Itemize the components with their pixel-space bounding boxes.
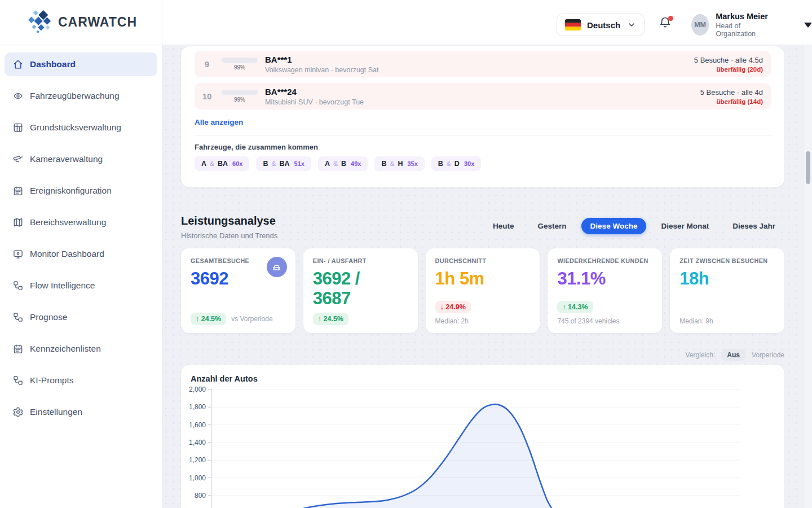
row-rank: 9 [199,59,215,69]
sidebar-item-einstellungen[interactable]: Einstellungen [5,400,157,424]
vehicle-pair-chip[interactable]: A & BA 60x [195,156,249,171]
tab-diese-woche[interactable]: Diese Woche [581,218,647,234]
overdue-badge: überfällig (20d) [694,66,763,73]
kpi-card-wiederkehrende-kunden: WIEDERKEHRENDE KUNDEN 31.1% ↑ 14.3% 745 … [548,248,662,333]
kpi-delta: ↑ 24.5% [191,313,226,325]
avatar: MM [691,14,709,36]
overdue-badge: überfällig (14d) [700,98,763,105]
license-plate: BA***24 [265,87,364,97]
kpi-card-durchschnitt: DURCHSCHNITT 1h 5m ↓ 24.9% Median: 2h [426,248,540,333]
vertical-scrollbar [803,45,812,508]
vehicle-pair-chip[interactable]: B & H 35x [374,156,424,171]
language-selector[interactable]: Deutsch [557,14,645,36]
kpi-delta-note: vs Vorperiode [231,315,272,323]
cctv-icon [12,154,24,165]
kpi-value: 31.1% [557,269,652,289]
flow-icon [12,375,24,386]
caret-down-icon [804,23,812,28]
pair-right: BA [218,160,228,168]
pair-left: B [381,160,386,168]
chart-title: Anzahl der Autos [191,374,775,383]
confidence-bar [222,58,258,63]
license-plate: BA***1 [265,55,379,64]
confidence-percent: 99% [234,64,245,71]
tab-dieser-monat[interactable]: Dieser Monat [652,218,718,234]
car-badge-icon [267,257,287,277]
vehicle-pair-chip[interactable]: B & BA 51x [256,156,311,171]
ampersand: & [390,160,394,168]
sidebar-item-label: Kennzeichenlisten [30,344,101,354]
vehicle-row[interactable]: 10 99% BA***24 Mitsubishi SUV · bevorzug… [195,83,771,110]
sidebar-nav: Dashboard Fahrzeugüberwachung Grundstück… [0,45,162,424]
pair-left: B [263,160,268,168]
sidebar-item-dashboard[interactable]: Dashboard [5,52,157,76]
chevron-down-icon [627,20,636,29]
kpi-label: DURCHSCHNITT [435,257,531,264]
compare-toggle[interactable]: Aus [721,349,746,361]
sidebar-item-grundst-cksverwaltung[interactable]: Grundstücksverwaltung [5,116,157,139]
pair-right: B [341,160,346,168]
sidebar-item-kameraverwaltung[interactable]: Kameraverwaltung [5,147,157,171]
tab-gestern[interactable]: Gestern [529,218,576,234]
time-range-tabs: HeuteGesternDiese WocheDieser MonatDiese… [484,218,784,234]
compare-row: Vergleich: Aus Vorperiode [686,349,784,361]
kpi-delta: ↑ 14.3% [557,301,593,313]
sidebar-item-label: Monitor Dashboard [30,249,104,259]
sidebar-item-label: Kameraverwaltung [30,154,103,164]
kpi-value: 18h [679,269,775,289]
visitors-area-chart: 2,0001,8001,6001,4001,2001,000800 [191,385,749,508]
user-role: Head of Organization [716,22,770,38]
pair-left: B [438,160,443,168]
calendar-icon [12,185,24,196]
vehicle-row[interactable]: 9 99% BA***1 Volkswagen minivan · bevorz… [195,51,771,77]
german-flag-icon [565,19,581,30]
kpi-label: ZEIT ZWISCHEN BESUCHEN [679,257,775,264]
kpi-card-zeit-zwischen-besuchen: ZEIT ZWISCHEN BESUCHEN 18h Median: 9h [670,248,784,333]
vehicle-pair-chip[interactable]: A & B 49x [318,156,368,171]
sidebar-item-label: Grundstücksverwaltung [30,122,121,133]
kpi-delta: ↓ 24.9% [435,301,471,313]
sidebar-item-label: Prognose [30,312,67,322]
kpi-label: EIN- / AUSFAHRT [313,257,408,264]
flow-icon [12,312,24,323]
sidebar-item-label: Dashboard [30,59,76,69]
kpi-cards: GESAMTBESUCHE 3692 ↑ 24.5% vs Vorperiode… [181,248,784,333]
pair-count: 51x [294,160,304,167]
vehicle-description: Mitsubishi SUV · bevorzugt Tue [265,98,364,106]
brand-logo: CARWATCH [0,0,162,45]
sidebar-item-ki-prompts[interactable]: KI-Prompts [5,369,157,392]
sidebar-item-label: Flow Intelligence [30,281,95,291]
pair-right: BA [280,160,290,168]
sidebar-item-flow-intelligence[interactable]: Flow Intelligence [5,274,157,297]
kpi-label: WIEDERKEHRENDE KUNDEN [557,257,652,264]
pair-count: 49x [351,160,361,167]
vehicle-description: Volkswagen minivan · bevorzugt Sat [265,66,379,74]
sidebar-item-fahrzeug-berwachung[interactable]: Fahrzeugüberwachung [5,84,157,108]
sidebar-item-kennzeichenlisten[interactable]: Kennzeichenlisten [5,337,157,361]
sidebar-item-bereichsverwaltung[interactable]: Bereichsverwaltung [5,211,157,234]
visitor-rows: 9 99% BA***1 Volkswagen minivan · bevorz… [195,51,771,110]
tab-heute[interactable]: Heute [484,218,523,234]
flow-icon [12,280,24,291]
notifications-button[interactable] [659,16,673,31]
kpi-delta: ↑ 24.5% [313,313,348,325]
eye-icon [12,90,24,102]
user-menu[interactable]: MM Markus Meier Head of Organization [691,12,812,38]
sidebar-item-prognose[interactable]: Prognose [5,305,157,329]
sidebar-item-label: Ereigniskonfiguration [30,186,112,196]
vehicle-pair-chip[interactable]: B & D 30x [431,156,481,171]
row-rank: 10 [199,91,215,101]
scrollbar-thumb[interactable] [806,151,810,184]
show-all-link[interactable]: Alle anzeigen [195,118,243,126]
sidebar-item-monitor-dashboard[interactable]: Monitor Dashboard [5,242,157,266]
sidebar-item-ereigniskonfiguration[interactable]: Ereigniskonfiguration [5,179,157,203]
compare-option: Vorperiode [752,351,784,359]
kpi-card-ein-ausfahrt: EIN- / AUSFAHRT 3692 / 3687 ↑ 24.5% [303,248,418,333]
top-header: Deutsch MM Markus Meier Head of Organiza… [162,0,812,45]
pair-count: 30x [464,160,474,167]
tab-dieses-jahr[interactable]: Dieses Jahr [723,218,784,234]
kpi-value: 3692 / 3687 [313,269,396,308]
vehicle-pairs: A & BA 60x B & BA 51x A & B 49x B & H 35… [195,156,771,171]
user-name: Markus Meier [716,12,770,21]
carwatch-logo-icon [27,10,53,36]
